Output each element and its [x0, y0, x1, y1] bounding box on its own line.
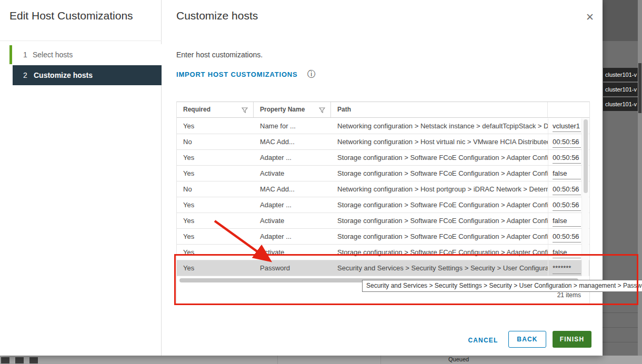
page-title: Customize hosts: [176, 9, 258, 22]
cell-value: false: [548, 166, 581, 181]
value-input[interactable]: 00:50:56: [553, 136, 581, 148]
table-row[interactable]: Yes Name for ... Networking configuratio…: [177, 118, 589, 134]
background-host-row: cluster101-v: [603, 97, 638, 111]
filter-icon[interactable]: [319, 107, 325, 113]
cell-value: 00:50:56: [548, 150, 581, 165]
task-pane-icon: [1, 357, 9, 363]
path-tooltip: Security and Services > Security Setting…: [362, 280, 642, 292]
cell-path: Networking configuration > Host portgrou…: [331, 181, 548, 197]
cell-path: Storage configuration > Software FCoE Co…: [331, 213, 548, 228]
cell-value: 00:50:56: [548, 229, 581, 244]
dialog-title: Edit Host Customizations: [9, 9, 133, 22]
cell-path: Security and Services > Security Setting…: [331, 260, 548, 276]
value-input[interactable]: false: [553, 168, 581, 179]
task-status-label: Queued: [448, 356, 469, 362]
table-row[interactable]: Yes Password Security and Services > Sec…: [177, 260, 589, 276]
cell-property-name: Adapter ...: [254, 229, 331, 244]
table-row[interactable]: No MAC Add... Networking configuration >…: [177, 181, 589, 197]
step-label: Select hosts: [33, 44, 73, 65]
back-button[interactable]: BACK: [508, 331, 546, 348]
finish-button[interactable]: FINISH: [553, 331, 591, 348]
column-label: Property Name: [260, 106, 305, 113]
table-header: Required Property Name Path: [177, 102, 589, 118]
cell-path: Networking configuration > Netstack inst…: [331, 118, 548, 134]
info-icon[interactable]: ⓘ: [307, 69, 316, 80]
import-host-customizations-link[interactable]: IMPORT HOST CUSTOMIZATIONS: [176, 70, 297, 78]
task-pane-icon: [29, 357, 38, 363]
cell-property-name: Password: [254, 260, 331, 276]
cell-required: No: [177, 181, 254, 197]
cell-path: Storage configuration > Software FCoE Co…: [331, 166, 548, 181]
close-icon[interactable]: ✕: [583, 11, 597, 24]
step-number: 2: [23, 65, 27, 85]
wizard-sidebar: Edit Host Customizations 1 Select hosts …: [0, 0, 162, 356]
column-label: Required: [183, 106, 210, 113]
cell-value: 00:50:56: [548, 197, 581, 213]
cancel-button[interactable]: CANCEL: [464, 335, 502, 346]
page-scrollbar[interactable]: [638, 0, 642, 364]
value-input[interactable]: false: [553, 215, 581, 227]
cell-path: Storage configuration > Software FCoE Co…: [331, 150, 548, 165]
page-scrollbar-thumb[interactable]: [638, 63, 641, 113]
items-count: 21 items: [557, 291, 581, 299]
step-label: Customize hosts: [34, 65, 93, 85]
vertical-scrollbar[interactable]: [581, 118, 589, 276]
cell-property-name: Activate: [254, 245, 331, 260]
background-page-right: cluster101-v cluster101-v cluster101-v: [603, 0, 642, 364]
cell-required: Yes: [177, 166, 254, 181]
filter-icon[interactable]: [242, 107, 248, 113]
edit-host-customizations-dialog: Edit Host Customizations 1 Select hosts …: [0, 0, 603, 356]
cell-value: 00:50:56: [548, 134, 581, 149]
cell-value: vcluster1: [548, 118, 581, 134]
cell-value: 00:50:56: [548, 181, 581, 197]
cell-property-name: MAC Add...: [254, 134, 331, 149]
table-row[interactable]: Yes Adapter ... Storage configuration > …: [177, 197, 589, 213]
value-input[interactable]: vcluster1: [553, 120, 581, 132]
value-input[interactable]: *******: [553, 262, 581, 274]
cell-path: Networking configuration > Host virtual …: [331, 134, 548, 149]
table-row[interactable]: Yes Adapter ... Storage configuration > …: [177, 150, 589, 166]
cell-value: *******: [548, 260, 581, 276]
step-number: 1: [23, 44, 27, 65]
background-host-row: cluster101-v: [603, 68, 638, 82]
value-input[interactable]: 00:50:56: [553, 152, 581, 164]
column-header-value: [548, 102, 581, 117]
table-body: Yes Name for ... Networking configuratio…: [177, 118, 589, 276]
wizard-step-customize-hosts[interactable]: 2 Customize hosts: [13, 65, 162, 85]
cell-required: Yes: [177, 229, 254, 244]
instruction-text: Enter host customizations.: [176, 50, 263, 59]
table-row[interactable]: No MAC Add... Networking configuration >…: [177, 134, 589, 150]
column-label: Path: [337, 106, 351, 113]
cell-property-name: Adapter ...: [254, 150, 331, 165]
value-input[interactable]: 00:50:56: [553, 199, 581, 211]
cell-value: false: [548, 245, 581, 260]
table-row[interactable]: Yes Activate Storage configuration > Sof…: [177, 213, 589, 229]
background-header-block: [603, 0, 642, 41]
cell-value: false: [548, 213, 581, 228]
cell-path: Storage configuration > Software FCoE Co…: [331, 229, 548, 244]
background-row-line: [603, 342, 642, 342]
cell-property-name: Activate: [254, 166, 331, 181]
cell-required: Yes: [177, 118, 254, 134]
background-row-line: [603, 327, 642, 328]
background-row-line: [603, 312, 642, 313]
cell-required: Yes: [177, 213, 254, 228]
column-header-path[interactable]: Path: [331, 102, 548, 117]
column-header-required[interactable]: Required: [177, 102, 254, 117]
step-complete-bar: [9, 45, 12, 64]
cell-required: No: [177, 134, 254, 149]
table-row[interactable]: Yes Activate Storage configuration > Sof…: [177, 166, 589, 181]
value-input[interactable]: false: [553, 247, 581, 258]
table-row[interactable]: Yes Activate Storage configuration > Sof…: [177, 245, 589, 260]
table-row[interactable]: Yes Adapter ... Storage configuration > …: [177, 229, 589, 245]
column-divider: [380, 356, 381, 364]
cell-property-name: Name for ...: [254, 118, 331, 134]
vertical-scrollbar-thumb[interactable]: [584, 119, 588, 193]
cell-path: Storage configuration > Software FCoE Co…: [331, 245, 548, 260]
divider: [0, 41, 162, 41]
cell-required: Yes: [177, 150, 254, 165]
value-input[interactable]: 00:50:56: [553, 231, 581, 242]
column-header-property-name[interactable]: Property Name: [254, 102, 331, 117]
wizard-step-select-hosts[interactable]: 1 Select hosts: [0, 44, 162, 65]
value-input[interactable]: 00:50:56: [553, 184, 581, 195]
